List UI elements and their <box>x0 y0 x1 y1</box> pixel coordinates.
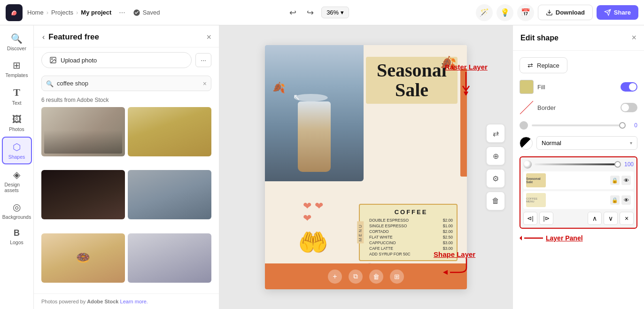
canvas-copy-button[interactable]: ⧉ <box>349 270 363 284</box>
menu-item: SINGLE ESPRESSO$1.00 <box>369 224 453 228</box>
upload-row: Upload photo ··· <box>34 47 219 73</box>
sidebar-item-discover[interactable]: 🔍 Discover <box>2 29 32 55</box>
zoom-control[interactable]: 36% ▾ <box>321 7 349 18</box>
footer-learn-more[interactable]: Learn more. <box>120 299 148 304</box>
shapes-icon: ⬡ <box>13 141 21 153</box>
sidebar-label-photos: Photos <box>9 126 24 132</box>
canvas-delete-button[interactable]: 🗑 <box>369 270 383 284</box>
heart-icon: ❤ ❤❤ <box>303 200 323 224</box>
border-color-swatch[interactable] <box>520 100 534 115</box>
search-wrap: 🔍 × <box>41 76 211 91</box>
sidebar-label-shapes: Shapes <box>8 154 25 160</box>
opacity-icon <box>523 160 532 169</box>
list-item[interactable] <box>128 170 211 219</box>
group-button[interactable]: ⚙ <box>486 169 505 188</box>
undo-button[interactable]: ↩ <box>287 5 299 21</box>
sidebar-item-text[interactable]: T Text <box>2 83 32 109</box>
sidebar-item-logos[interactable]: B Logos <box>2 224 32 249</box>
panel-footer: Photos powered by Adobe Stock Learn more… <box>34 294 219 309</box>
projects-link[interactable]: Projects <box>51 9 73 16</box>
fill-toggle[interactable] <box>621 82 637 92</box>
layer-lock-button[interactable]: 🔒 <box>610 176 620 185</box>
logos-icon: B <box>14 228 20 238</box>
sidebar-item-backgrounds[interactable]: ◎ Backgrounds <box>2 198 32 224</box>
layer-backward-button[interactable]: |⊳ <box>539 212 553 225</box>
discover-icon: 🔍 <box>11 33 23 44</box>
layer-visibility-button[interactable]: 👁 <box>621 176 631 185</box>
panel-back-button[interactable]: ‹ <box>41 32 46 42</box>
canvas-grid-button[interactable]: ⊞ <box>390 270 404 284</box>
backgrounds-icon: ◎ <box>13 201 21 213</box>
raster-image-layer[interactable]: ↖ <box>265 45 364 181</box>
layer-down-button[interactable]: ∨ <box>604 212 618 225</box>
shape-layer-label: Shape Layer <box>434 250 475 258</box>
right-panel-close-button[interactable]: × <box>631 33 636 43</box>
list-item[interactable] <box>128 233 211 283</box>
blend-mode-select[interactable]: Normal ▾ <box>536 136 637 150</box>
calendar-button[interactable]: 📅 <box>517 4 534 21</box>
search-clear-button[interactable]: × <box>203 80 207 87</box>
right-panel-body: ⇄ Replace Fill Border <box>513 51 644 309</box>
menu-item: DOUBLE ESPRESSO$2.00 <box>369 218 453 223</box>
panel-close-button[interactable]: × <box>206 32 211 42</box>
app-logo[interactable] <box>6 4 23 21</box>
border-slider-row: 0 <box>520 121 637 130</box>
delete-element-button[interactable]: 🗑 <box>486 192 505 210</box>
share-button[interactable]: Share <box>597 5 638 20</box>
layer-panel-arrow <box>520 233 543 243</box>
layer-item-seasonal[interactable]: Seasonal Sale 🔒 👁 <box>523 171 634 189</box>
sidebar-label-backgrounds: Backgrounds <box>2 214 31 220</box>
right-panel: Edit shape × ⇄ Replace Fill Border <box>512 25 644 309</box>
fill-color-swatch[interactable] <box>520 80 534 94</box>
layer-lock-button-2[interactable]: 🔒 <box>610 195 620 205</box>
replace-button[interactable]: ⇄ Replace <box>520 57 567 73</box>
opacity-slider-row: 100 <box>523 160 634 169</box>
layer-thumb-seasonal: Seasonal Sale <box>526 173 546 187</box>
raster-layer-annotation: Raster Layer <box>445 63 488 95</box>
lightbulb-button[interactable]: 💡 <box>497 4 513 21</box>
layer-close-button[interactable]: × <box>620 212 634 225</box>
layer-visibility-button-2[interactable]: 👁 <box>621 195 631 205</box>
opacity-value: 100 <box>621 161 634 168</box>
list-item[interactable] <box>41 107 125 156</box>
sidebar-label-text: Text <box>12 100 21 106</box>
magic-wand-button[interactable]: 🪄 <box>476 4 493 21</box>
layer-up-button[interactable]: ∧ <box>588 212 602 225</box>
list-item[interactable] <box>41 170 125 219</box>
add-element-button[interactable]: ⊕ <box>486 147 505 165</box>
swap-button[interactable]: ⇄ <box>486 124 505 143</box>
list-item[interactable]: 🍩 <box>41 233 125 283</box>
search-icon: 🔍 <box>46 80 54 87</box>
sidebar-item-photos[interactable]: 🖼 Photos <box>2 110 32 136</box>
download-button[interactable]: Download <box>538 5 593 20</box>
results-label: 6 results from Adobe Stock <box>34 96 219 107</box>
menu-item: CAPPUCCINO$3.00 <box>369 240 453 245</box>
upload-photo-button[interactable]: Upload photo <box>41 52 192 68</box>
raster-layer-label: Raster Layer <box>445 63 488 71</box>
layer-action-row: ⊲| |⊳ <box>523 212 553 225</box>
border-toggle[interactable] <box>621 103 637 112</box>
upload-more-button[interactable]: ··· <box>195 53 211 67</box>
border-slider[interactable] <box>532 124 622 126</box>
sidebar-item-templates[interactable]: ⊞ Templates <box>2 56 32 82</box>
sidebar-item-shapes[interactable]: ⬡ Shapes <box>2 137 32 164</box>
redo-button[interactable]: ↪ <box>304 5 317 21</box>
canvas-toolbar-right: ⇄ ⊕ ⚙ 🗑 <box>486 124 505 210</box>
opacity-slider[interactable] <box>535 163 618 165</box>
more-options-button[interactable]: ··· <box>116 8 128 18</box>
share-label: Share <box>614 9 631 16</box>
menu-item: FLAT WHITE$2.50 <box>369 235 453 239</box>
fill-label: Fill <box>537 84 545 91</box>
toolbar-center: ↩ ↪ 36% ▾ <box>165 5 471 21</box>
menu-side-label: MENU <box>357 222 364 244</box>
sidebar-item-design-assets[interactable]: ◈ Design assets <box>2 165 32 197</box>
topbar: Home › Projects › My project ··· Saved ↩… <box>0 0 644 25</box>
search-input[interactable] <box>41 76 211 91</box>
list-item[interactable] <box>128 107 211 156</box>
home-link[interactable]: Home <box>27 9 44 16</box>
layer-item-menu[interactable]: COFFEE MENU 🔒 👁 <box>523 191 634 209</box>
menu-item: CORTADO$2.00 <box>369 229 453 234</box>
canvas-add-button[interactable]: + <box>328 270 342 284</box>
layer-forward-button[interactable]: ⊲| <box>523 212 537 225</box>
text-icon: T <box>13 86 20 99</box>
